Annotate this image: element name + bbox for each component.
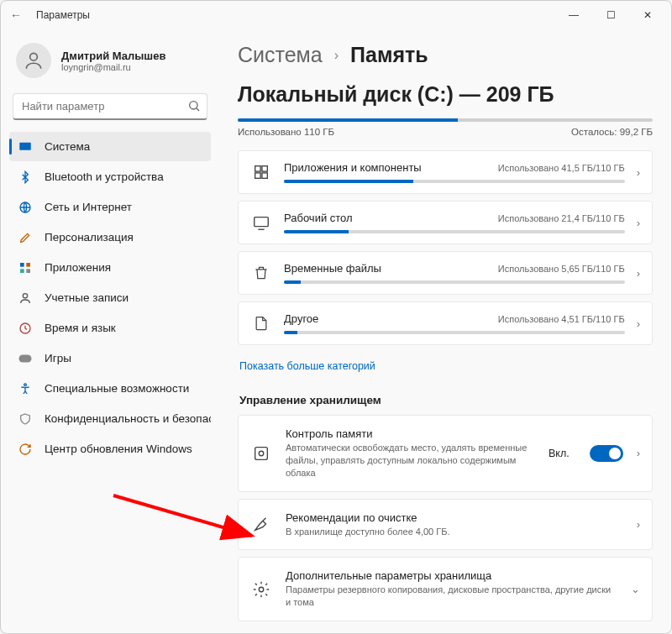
nav-label: Персонализация [45,231,134,244]
svg-rect-15 [255,173,260,178]
nav-bluetooth[interactable]: Bluetooth и устройства [9,162,211,191]
card-title: Дополнительные параметры хранилища [286,569,617,582]
svg-rect-3 [19,142,31,149]
nav-label: Игры [45,352,71,364]
back-button[interactable]: ← [6,8,26,22]
toggle-label: Вкл. [549,448,570,459]
brush-icon [18,230,33,245]
category-title: Приложения и компоненты [284,161,422,174]
chevron-right-icon: › [637,267,640,280]
profile-block[interactable]: Дмитрий Малышев loyngrin@mail.ru [9,36,211,90]
desktop-icon [250,212,272,233]
show-more-categories-link[interactable]: Показать больше категорий [239,360,375,372]
chevron-right-icon: › [334,48,339,63]
breadcrumb: Система › Память [238,43,653,67]
nav-network[interactable]: Сеть и Интернет [9,192,211,222]
storage-sense-card[interactable]: Контроль памяти Автоматически освобождат… [238,415,653,492]
maximize-button[interactable]: ☐ [592,3,629,28]
category-title: Другое [284,312,318,325]
nav-label: Центр обновления Windows [45,443,192,455]
nav-label: Приложения [45,261,111,274]
disk-title: Локальный диск (C:) — 209 ГБ [238,82,653,107]
nav-windows-update[interactable]: Центр обновления Windows [9,434,211,464]
nav-label: Система [45,140,90,153]
clock-globe-icon [18,321,33,336]
category-temp-files[interactable]: Временные файлыИспользовано 5,65 ГБ/110 … [238,251,653,295]
user-email: loyngrin@mail.ru [61,62,165,72]
sidebar: Дмитрий Малышев loyngrin@mail.ru Система… [1,29,219,633]
apps-features-icon [250,161,272,183]
cleanup-recommendations-card[interactable]: Рекомендации по очистке В хранилище дост… [238,499,653,551]
chevron-right-icon: › [637,217,640,229]
nav-gaming[interactable]: Игры [9,343,211,373]
chevron-down-icon: ⌄ [631,583,640,595]
window-title: Параметры [36,9,90,21]
category-meta: Использовано 21,4 ГБ/110 ГБ [498,213,625,223]
nav-label: Учетные записи [45,291,129,304]
svg-rect-5 [20,263,24,267]
disk-free-label: Осталось: 99,2 ГБ [571,127,653,137]
card-desc: Автоматически освобождать место, удалять… [286,442,535,479]
nav-time-language[interactable]: Время и язык [9,313,211,343]
category-bar [284,180,625,183]
storage-sense-icon [250,443,272,464]
disk-used-label: Использовано 110 ГБ [238,127,334,137]
nav-personalization[interactable]: Персонализация [9,223,211,252]
breadcrumb-parent[interactable]: Система [238,43,323,67]
broom-icon [250,513,272,535]
category-meta: Использовано 4,51 ГБ/110 ГБ [498,314,625,324]
chevron-right-icon: › [637,447,640,459]
category-meta: Использовано 5,65 ГБ/110 ГБ [498,264,625,274]
search-input[interactable] [13,93,207,120]
person-icon [18,291,33,306]
category-title: Временные файлы [284,262,381,275]
svg-rect-19 [255,447,268,459]
svg-point-9 [23,293,27,297]
advanced-storage-card[interactable]: Дополнительные параметры хранилища Парам… [238,557,653,621]
minimize-button[interactable]: — [555,3,592,28]
svg-rect-17 [255,217,269,227]
category-desktop[interactable]: Рабочий столИспользовано 21,4 ГБ/110 ГБ … [238,201,653,244]
apps-icon [18,260,33,275]
category-apps[interactable]: Приложения и компонентыИспользовано 41,5… [238,150,653,194]
user-name: Дмитрий Малышев [61,50,165,62]
accessibility-icon [18,381,33,396]
network-icon [18,200,33,215]
file-icon [250,312,272,334]
svg-point-0 [30,53,38,60]
svg-rect-11 [19,354,32,362]
main-content: Система › Память Локальный диск (C:) — 2… [219,29,671,633]
svg-line-2 [197,108,199,111]
nav-label: Специальные возможности [45,382,189,395]
nav-label: Конфиденциальность и безопасность [45,412,211,425]
nav-label: Сеть и Интернет [45,201,132,213]
search-box [13,93,207,120]
card-desc: Параметры резервного копирования, дисков… [286,584,617,609]
card-title: Контроль памяти [286,427,535,440]
search-icon [187,99,201,116]
breadcrumb-current: Память [350,43,428,67]
trash-icon [250,262,272,284]
nav-accounts[interactable]: Учетные записи [9,283,211,312]
display-icon [18,139,33,155]
nav-system[interactable]: Система [9,132,211,161]
storage-sense-toggle[interactable] [590,445,623,462]
bluetooth-icon [18,170,33,185]
chevron-right-icon: › [637,317,640,330]
category-other[interactable]: ДругоеИспользовано 4,51 ГБ/110 ГБ › [238,301,653,345]
avatar [16,43,51,78]
card-title: Рекомендации по очистке [286,511,623,524]
nav-privacy[interactable]: Конфиденциальность и безопасность [9,404,211,433]
svg-rect-6 [26,263,30,267]
svg-rect-7 [20,269,24,273]
svg-point-20 [259,451,264,456]
card-desc: В хранилище доступно более 4,00 ГБ. [286,526,623,538]
storage-management-heading: Управление хранилищем [239,394,651,406]
nav-accessibility[interactable]: Специальные возможности [9,374,211,403]
gear-icon [250,579,272,600]
update-icon [18,442,33,457]
svg-rect-8 [26,269,30,273]
nav-apps[interactable]: Приложения [9,253,211,282]
close-button[interactable]: ✕ [629,3,666,28]
nav-list: Система Bluetooth и устройства Сеть и Ин… [9,132,211,464]
